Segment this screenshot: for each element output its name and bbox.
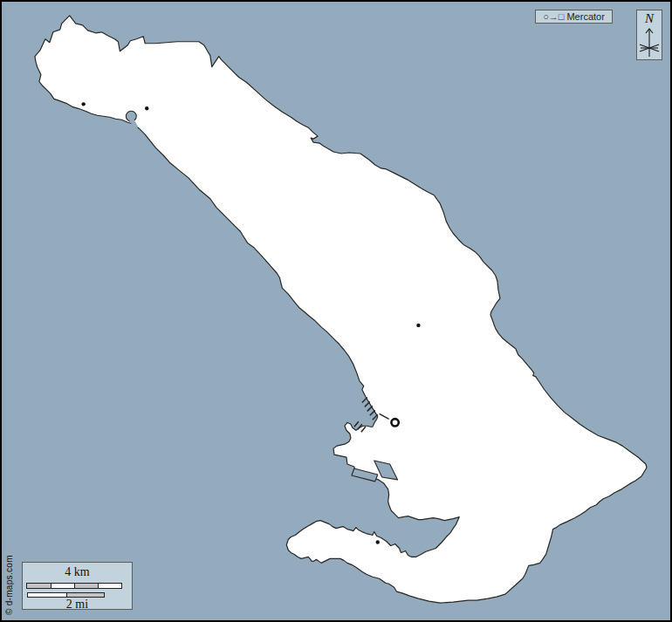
north-letter: N	[645, 10, 654, 26]
copyright-text: © d-maps.com	[4, 555, 14, 615]
outline-map	[2, 2, 670, 620]
island-outline	[35, 16, 647, 603]
projection-label: Mercator	[566, 12, 604, 22]
compass-box: N	[636, 10, 662, 60]
scale-mi-label: 2 mi	[23, 598, 132, 611]
town-dot	[145, 106, 148, 110]
town-dot	[376, 540, 380, 543]
scale-segment	[98, 584, 121, 588]
projection-legend: ○→□ Mercator	[535, 10, 613, 24]
scale-segment	[27, 584, 51, 588]
scale-box: 4 km 2 mi	[22, 562, 133, 610]
scale-segment	[66, 593, 105, 597]
scale-km-bar	[26, 583, 122, 589]
compass-rose-icon	[636, 26, 662, 59]
scale-segment	[74, 584, 98, 588]
town-dot	[416, 324, 420, 327]
scale-km-label: 4 km	[23, 566, 132, 578]
projection-symbol-icon: ○→□	[543, 12, 564, 22]
map-stage: ○→□ Mercator N 4 km 2 mi © d-maps.com	[0, 0, 672, 622]
scale-segment	[28, 593, 66, 597]
scale-segment	[51, 584, 74, 588]
town-dot	[81, 102, 85, 106]
capital-marker	[391, 419, 398, 426]
